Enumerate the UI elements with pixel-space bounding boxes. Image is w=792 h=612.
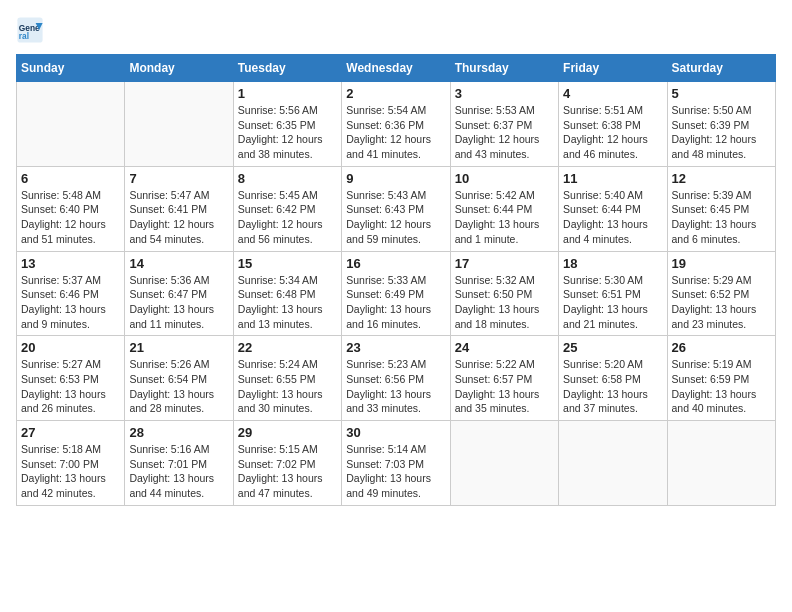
day-info: Sunrise: 5:36 AMSunset: 6:47 PMDaylight:… <box>129 273 228 332</box>
table-row: 14Sunrise: 5:36 AMSunset: 6:47 PMDayligh… <box>125 251 233 336</box>
day-number: 14 <box>129 256 228 271</box>
day-number: 23 <box>346 340 445 355</box>
day-info: Sunrise: 5:18 AMSunset: 7:00 PMDaylight:… <box>21 442 120 501</box>
day-number: 16 <box>346 256 445 271</box>
day-number: 4 <box>563 86 662 101</box>
day-info: Sunrise: 5:51 AMSunset: 6:38 PMDaylight:… <box>563 103 662 162</box>
day-info: Sunrise: 5:33 AMSunset: 6:49 PMDaylight:… <box>346 273 445 332</box>
day-number: 1 <box>238 86 337 101</box>
weekday-header: Monday <box>125 55 233 82</box>
day-number: 29 <box>238 425 337 440</box>
table-row <box>125 82 233 167</box>
day-number: 9 <box>346 171 445 186</box>
table-row: 8Sunrise: 5:45 AMSunset: 6:42 PMDaylight… <box>233 166 341 251</box>
weekday-header: Wednesday <box>342 55 450 82</box>
table-row: 23Sunrise: 5:23 AMSunset: 6:56 PMDayligh… <box>342 336 450 421</box>
day-number: 10 <box>455 171 554 186</box>
header: Gene ral <box>16 16 776 44</box>
day-info: Sunrise: 5:48 AMSunset: 6:40 PMDaylight:… <box>21 188 120 247</box>
table-row: 9Sunrise: 5:43 AMSunset: 6:43 PMDaylight… <box>342 166 450 251</box>
day-number: 2 <box>346 86 445 101</box>
day-info: Sunrise: 5:32 AMSunset: 6:50 PMDaylight:… <box>455 273 554 332</box>
day-info: Sunrise: 5:23 AMSunset: 6:56 PMDaylight:… <box>346 357 445 416</box>
table-row: 1Sunrise: 5:56 AMSunset: 6:35 PMDaylight… <box>233 82 341 167</box>
logo-icon: Gene ral <box>16 16 44 44</box>
table-row: 25Sunrise: 5:20 AMSunset: 6:58 PMDayligh… <box>559 336 667 421</box>
table-row: 16Sunrise: 5:33 AMSunset: 6:49 PMDayligh… <box>342 251 450 336</box>
table-row: 18Sunrise: 5:30 AMSunset: 6:51 PMDayligh… <box>559 251 667 336</box>
table-row: 26Sunrise: 5:19 AMSunset: 6:59 PMDayligh… <box>667 336 775 421</box>
day-number: 28 <box>129 425 228 440</box>
day-number: 21 <box>129 340 228 355</box>
table-row: 7Sunrise: 5:47 AMSunset: 6:41 PMDaylight… <box>125 166 233 251</box>
weekday-header: Thursday <box>450 55 558 82</box>
table-row: 10Sunrise: 5:42 AMSunset: 6:44 PMDayligh… <box>450 166 558 251</box>
day-number: 12 <box>672 171 771 186</box>
table-row: 17Sunrise: 5:32 AMSunset: 6:50 PMDayligh… <box>450 251 558 336</box>
table-row: 13Sunrise: 5:37 AMSunset: 6:46 PMDayligh… <box>17 251 125 336</box>
table-row <box>450 421 558 506</box>
day-info: Sunrise: 5:19 AMSunset: 6:59 PMDaylight:… <box>672 357 771 416</box>
day-number: 19 <box>672 256 771 271</box>
day-number: 22 <box>238 340 337 355</box>
day-number: 5 <box>672 86 771 101</box>
day-info: Sunrise: 5:53 AMSunset: 6:37 PMDaylight:… <box>455 103 554 162</box>
day-info: Sunrise: 5:29 AMSunset: 6:52 PMDaylight:… <box>672 273 771 332</box>
day-number: 24 <box>455 340 554 355</box>
table-row <box>667 421 775 506</box>
day-info: Sunrise: 5:20 AMSunset: 6:58 PMDaylight:… <box>563 357 662 416</box>
table-row: 20Sunrise: 5:27 AMSunset: 6:53 PMDayligh… <box>17 336 125 421</box>
day-info: Sunrise: 5:40 AMSunset: 6:44 PMDaylight:… <box>563 188 662 247</box>
day-number: 11 <box>563 171 662 186</box>
day-info: Sunrise: 5:30 AMSunset: 6:51 PMDaylight:… <box>563 273 662 332</box>
day-number: 30 <box>346 425 445 440</box>
day-info: Sunrise: 5:27 AMSunset: 6:53 PMDaylight:… <box>21 357 120 416</box>
day-info: Sunrise: 5:14 AMSunset: 7:03 PMDaylight:… <box>346 442 445 501</box>
table-row <box>17 82 125 167</box>
calendar-table: SundayMondayTuesdayWednesdayThursdayFrid… <box>16 54 776 506</box>
table-row: 11Sunrise: 5:40 AMSunset: 6:44 PMDayligh… <box>559 166 667 251</box>
table-row: 19Sunrise: 5:29 AMSunset: 6:52 PMDayligh… <box>667 251 775 336</box>
weekday-header: Sunday <box>17 55 125 82</box>
day-number: 27 <box>21 425 120 440</box>
day-number: 15 <box>238 256 337 271</box>
day-number: 20 <box>21 340 120 355</box>
table-row: 6Sunrise: 5:48 AMSunset: 6:40 PMDaylight… <box>17 166 125 251</box>
table-row <box>559 421 667 506</box>
day-info: Sunrise: 5:39 AMSunset: 6:45 PMDaylight:… <box>672 188 771 247</box>
table-row: 2Sunrise: 5:54 AMSunset: 6:36 PMDaylight… <box>342 82 450 167</box>
day-info: Sunrise: 5:43 AMSunset: 6:43 PMDaylight:… <box>346 188 445 247</box>
table-row: 4Sunrise: 5:51 AMSunset: 6:38 PMDaylight… <box>559 82 667 167</box>
day-info: Sunrise: 5:15 AMSunset: 7:02 PMDaylight:… <box>238 442 337 501</box>
day-number: 7 <box>129 171 228 186</box>
table-row: 3Sunrise: 5:53 AMSunset: 6:37 PMDaylight… <box>450 82 558 167</box>
day-info: Sunrise: 5:24 AMSunset: 6:55 PMDaylight:… <box>238 357 337 416</box>
table-row: 24Sunrise: 5:22 AMSunset: 6:57 PMDayligh… <box>450 336 558 421</box>
day-number: 18 <box>563 256 662 271</box>
day-number: 6 <box>21 171 120 186</box>
day-info: Sunrise: 5:50 AMSunset: 6:39 PMDaylight:… <box>672 103 771 162</box>
table-row: 15Sunrise: 5:34 AMSunset: 6:48 PMDayligh… <box>233 251 341 336</box>
logo: Gene ral <box>16 16 48 44</box>
svg-text:ral: ral <box>19 31 29 41</box>
day-info: Sunrise: 5:47 AMSunset: 6:41 PMDaylight:… <box>129 188 228 247</box>
day-info: Sunrise: 5:42 AMSunset: 6:44 PMDaylight:… <box>455 188 554 247</box>
table-row: 27Sunrise: 5:18 AMSunset: 7:00 PMDayligh… <box>17 421 125 506</box>
day-info: Sunrise: 5:54 AMSunset: 6:36 PMDaylight:… <box>346 103 445 162</box>
day-number: 3 <box>455 86 554 101</box>
table-row: 29Sunrise: 5:15 AMSunset: 7:02 PMDayligh… <box>233 421 341 506</box>
weekday-header: Friday <box>559 55 667 82</box>
day-info: Sunrise: 5:16 AMSunset: 7:01 PMDaylight:… <box>129 442 228 501</box>
day-number: 25 <box>563 340 662 355</box>
day-info: Sunrise: 5:22 AMSunset: 6:57 PMDaylight:… <box>455 357 554 416</box>
weekday-header: Saturday <box>667 55 775 82</box>
day-info: Sunrise: 5:26 AMSunset: 6:54 PMDaylight:… <box>129 357 228 416</box>
day-number: 8 <box>238 171 337 186</box>
table-row: 12Sunrise: 5:39 AMSunset: 6:45 PMDayligh… <box>667 166 775 251</box>
table-row: 28Sunrise: 5:16 AMSunset: 7:01 PMDayligh… <box>125 421 233 506</box>
table-row: 5Sunrise: 5:50 AMSunset: 6:39 PMDaylight… <box>667 82 775 167</box>
weekday-header: Tuesday <box>233 55 341 82</box>
day-info: Sunrise: 5:37 AMSunset: 6:46 PMDaylight:… <box>21 273 120 332</box>
day-info: Sunrise: 5:34 AMSunset: 6:48 PMDaylight:… <box>238 273 337 332</box>
table-row: 22Sunrise: 5:24 AMSunset: 6:55 PMDayligh… <box>233 336 341 421</box>
